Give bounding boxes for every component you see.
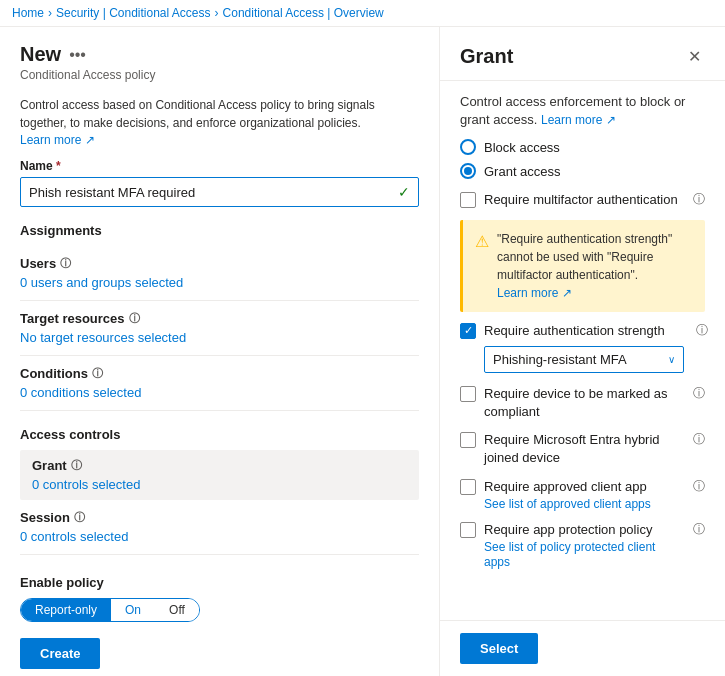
access-type-radio-group: Block access Grant access xyxy=(460,139,705,179)
left-panel: New ••• Conditional Access policy Contro… xyxy=(0,27,440,676)
require-approved-app-info-icon[interactable]: ⓘ xyxy=(693,478,705,495)
require-compliant-info-icon[interactable]: ⓘ xyxy=(693,385,705,402)
toggle-report-only[interactable]: Report-only xyxy=(21,599,111,621)
right-panel-title: Grant xyxy=(460,45,513,68)
session-assignment: Session ⓘ 0 controls selected xyxy=(20,500,419,555)
require-auth-strength-item: Require authentication strength Phishing… xyxy=(460,322,705,375)
warning-text: "Require authentication strength" cannot… xyxy=(497,232,672,282)
warning-external-link-icon: ↗ xyxy=(562,286,572,300)
target-resources-info-icon[interactable]: ⓘ xyxy=(129,311,140,326)
grant-value[interactable]: 0 controls selected xyxy=(32,477,407,492)
right-panel-content: Control access enforcement to block or g… xyxy=(440,81,725,620)
target-resources-assignment: Target resources ⓘ No target resources s… xyxy=(20,301,419,356)
warning-box: ⚠ "Require authentication strength" cann… xyxy=(460,220,705,312)
require-auth-strength-label: Require authentication strength xyxy=(484,323,665,338)
require-auth-strength-info-icon[interactable]: ⓘ xyxy=(696,322,708,339)
grant-row[interactable]: Grant ⓘ 0 controls selected xyxy=(20,450,419,500)
users-info-icon[interactable]: ⓘ xyxy=(60,256,71,271)
grant-info-icon[interactable]: ⓘ xyxy=(71,458,82,473)
enable-policy-label: Enable policy xyxy=(20,575,419,590)
app-protection-link[interactable]: See list of policy protected client apps xyxy=(484,540,655,569)
right-panel-header: Grant ✕ xyxy=(440,27,725,81)
target-resources-label: Target resources ⓘ xyxy=(20,311,419,326)
dropdown-chevron-icon: ∨ xyxy=(668,354,675,365)
conditions-value[interactable]: 0 conditions selected xyxy=(20,385,419,400)
assignments-section: Assignments Users ⓘ 0 users and groups s… xyxy=(20,223,419,411)
require-compliant-checkbox[interactable] xyxy=(460,386,476,402)
breadcrumb-security[interactable]: Security | Conditional Access xyxy=(56,6,211,20)
grant-learn-more[interactable]: Learn more ↗ xyxy=(541,113,616,127)
grant-access-radio-button[interactable] xyxy=(460,163,476,179)
grant-external-link-icon: ↗ xyxy=(606,113,616,127)
require-entra-info-icon[interactable]: ⓘ xyxy=(693,431,705,448)
toggle-off[interactable]: Off xyxy=(155,599,199,621)
require-app-protection-label: Require app protection policy xyxy=(484,522,652,537)
breadcrumb-overview[interactable]: Conditional Access | Overview xyxy=(223,6,384,20)
create-button[interactable]: Create xyxy=(20,638,100,669)
warning-learn-more[interactable]: Learn more ↗ xyxy=(497,286,572,300)
users-value[interactable]: 0 users and groups selected xyxy=(20,275,419,290)
users-label: Users ⓘ xyxy=(20,256,419,271)
require-app-protection-item: Require app protection policy See list o… xyxy=(460,521,705,569)
session-value[interactable]: 0 controls selected xyxy=(20,529,419,544)
select-button[interactable]: Select xyxy=(460,633,538,664)
require-mfa-info-icon[interactable]: ⓘ xyxy=(693,191,705,208)
learn-more-link[interactable]: Learn more ↗ xyxy=(20,133,95,147)
auth-strength-value: Phishing-resistant MFA xyxy=(493,352,627,367)
description-text: Control access based on Conditional Acce… xyxy=(20,96,419,132)
require-approved-app-checkbox[interactable] xyxy=(460,479,476,495)
close-button[interactable]: ✕ xyxy=(684,43,705,70)
require-entra-label: Require Microsoft Entra hybrid joined de… xyxy=(484,431,681,467)
grant-label: Grant ⓘ xyxy=(32,458,407,473)
external-link-icon: ↗ xyxy=(85,133,95,147)
assignments-label: Assignments xyxy=(20,223,419,238)
breadcrumb: Home › Security | Conditional Access › C… xyxy=(0,0,725,27)
session-info-icon[interactable]: ⓘ xyxy=(74,510,85,525)
require-mfa-item: Require multifactor authentication ⓘ xyxy=(460,191,705,209)
require-mfa-checkbox[interactable] xyxy=(460,192,476,208)
enable-policy-section: Enable policy Report-only On Off xyxy=(20,575,419,622)
require-entra-item: Require Microsoft Entra hybrid joined de… xyxy=(460,431,705,467)
grant-access-label: Grant access xyxy=(484,164,561,179)
session-label: Session ⓘ xyxy=(20,510,419,525)
block-access-radio-button[interactable] xyxy=(460,139,476,155)
auth-strength-dropdown[interactable]: Phishing-resistant MFA ∨ xyxy=(484,346,684,373)
require-compliant-item: Require device to be marked as compliant… xyxy=(460,385,705,421)
require-compliant-label: Require device to be marked as compliant xyxy=(484,385,681,421)
require-app-protection-checkbox[interactable] xyxy=(460,522,476,538)
page-subtitle: Conditional Access policy xyxy=(20,68,419,82)
check-icon: ✓ xyxy=(398,184,410,200)
access-controls-label: Access controls xyxy=(20,427,419,442)
name-label: Name * xyxy=(20,159,419,173)
warning-icon: ⚠ xyxy=(475,230,489,302)
users-assignment: Users ⓘ 0 users and groups selected xyxy=(20,246,419,301)
require-approved-app-item: Require approved client app See list of … xyxy=(460,478,705,511)
require-mfa-label: Require multifactor authentication xyxy=(484,191,681,209)
block-access-radio[interactable]: Block access xyxy=(460,139,705,155)
require-auth-strength-checkbox[interactable] xyxy=(460,323,476,339)
toggle-on[interactable]: On xyxy=(111,599,155,621)
breadcrumb-home[interactable]: Home xyxy=(12,6,44,20)
right-panel: Grant ✕ Control access enforcement to bl… xyxy=(440,27,725,676)
name-field-group: Name * Phish resistant MFA required ✓ xyxy=(20,159,419,207)
right-panel-footer: Select xyxy=(440,620,725,676)
block-access-label: Block access xyxy=(484,140,560,155)
grant-controls-list: Require multifactor authentication ⓘ ⚠ "… xyxy=(460,191,705,569)
grant-description: Control access enforcement to block or g… xyxy=(460,93,705,129)
conditions-info-icon[interactable]: ⓘ xyxy=(92,366,103,381)
require-approved-app-label: Require approved client app xyxy=(484,479,647,494)
access-controls-section: Access controls Grant ⓘ 0 controls selec… xyxy=(20,427,419,555)
page-title: New xyxy=(20,43,61,66)
grant-access-radio[interactable]: Grant access xyxy=(460,163,705,179)
conditions-label: Conditions ⓘ xyxy=(20,366,419,381)
approved-apps-link[interactable]: See list of approved client apps xyxy=(484,497,651,511)
more-options-icon[interactable]: ••• xyxy=(69,46,86,64)
target-resources-value[interactable]: No target resources selected xyxy=(20,330,419,345)
require-app-protection-info-icon[interactable]: ⓘ xyxy=(693,521,705,538)
name-input[interactable]: Phish resistant MFA required ✓ xyxy=(20,177,419,207)
require-entra-checkbox[interactable] xyxy=(460,432,476,448)
policy-toggle-group[interactable]: Report-only On Off xyxy=(20,598,200,622)
conditions-assignment: Conditions ⓘ 0 conditions selected xyxy=(20,356,419,411)
